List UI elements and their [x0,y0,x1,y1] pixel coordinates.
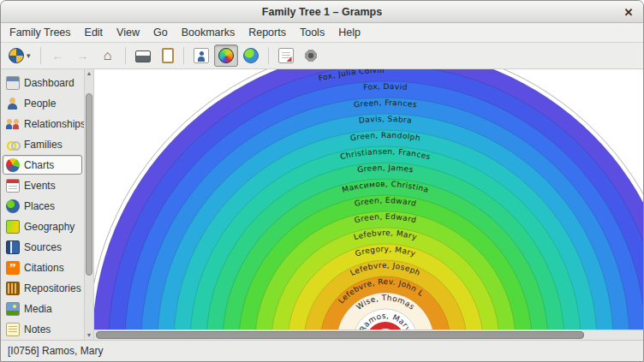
dashboard-icon [6,76,20,90]
print-icon [135,50,151,62]
sidebar-item-families[interactable]: Families [3,134,82,154]
fan-chart-canvas[interactable]: Fox, Julia ColvillFox, DavidGreen, Franc… [94,69,643,329]
sidebar-item-events[interactable]: Events [3,175,82,195]
dropdown-caret-icon: ▾ [27,51,31,60]
menu-go[interactable]: Go [146,23,175,42]
main-canvas-area: Fox, Julia ColvillFox, DavidGreen, Franc… [94,69,643,340]
menu-bookmarks[interactable]: Bookmarks [175,23,242,42]
window-body: DashboardPeopleRelationshipsFamiliesChar… [1,69,643,340]
forward-icon: → [75,48,91,63]
toolbar-separator [183,47,184,64]
globe-icon [243,48,259,63]
clipboard-button[interactable] [156,45,178,67]
relationships-icon [6,117,20,131]
sources-icon [6,240,20,254]
fan-icon [218,48,234,63]
clipboard-icon [162,48,174,63]
sidebar-item-label: Media [24,303,52,315]
edit-button[interactable] [274,45,298,67]
config-icon [303,48,319,63]
sidebar-item-label: Notes [24,323,51,335]
media-icon [6,302,20,316]
toolbar-separator [125,47,126,64]
toolbar-separator [268,47,269,64]
menubar: Family TreesEditViewGoBookmarksReportsTo… [1,23,643,43]
geography-icon [6,220,20,234]
notes-icon [6,323,20,336]
scroll-up-icon[interactable]: ▲ [86,69,92,78]
sidebar-item-label: Geography [24,221,75,233]
sidebar-item-label: Dashboard [24,77,75,89]
sidebar-scrollbar[interactable]: ▲ ▼ [84,69,94,340]
sidebar-item-repositories[interactable]: Repositories [3,278,82,298]
citations-icon [6,261,20,275]
sidebar-item-label: Families [24,139,63,151]
home-button[interactable]: ⌂ [96,45,120,67]
gramps-icon [9,48,24,63]
menu-family-trees[interactable]: Family Trees [3,23,78,42]
people-icon [6,97,20,110]
person-view-button[interactable] [189,45,213,67]
window-title: Family Tree 1 – Gramps [262,6,382,18]
repositories-icon [6,282,20,295]
scroll-down-icon[interactable]: ▼ [86,331,92,340]
sidebar-item-label: Charts [24,159,54,171]
sidebar-item-label: Sources [24,241,62,253]
active-person-status: [I0756] Ramos, Mary [8,345,103,357]
person-view-icon [194,48,209,63]
back-button[interactable]: ← [46,45,70,67]
sidebar-item-label: Relationships [24,118,84,130]
sidebar-item-label: People [24,98,56,110]
back-icon: ← [51,48,66,63]
sidebar-item-dashboard[interactable]: Dashboard [3,73,82,92]
doc-edit-icon [278,48,294,63]
sidebar-item-media[interactable]: Media [3,299,82,318]
scrollbar-track[interactable] [85,78,93,331]
titlebar[interactable]: Family Tree 1 – Gramps ✕ [1,1,643,23]
fan-chart-view-button[interactable] [214,45,238,67]
places-icon [6,199,20,213]
toolbar-separator [40,47,41,64]
sidebar-item-people[interactable]: People [3,93,82,113]
menu-help[interactable]: Help [331,23,367,42]
fan-chart[interactable]: Fox, Julia ColvillFox, DavidGreen, Franc… [94,69,643,329]
menu-view[interactable]: View [110,23,146,42]
sidebar-item-notes[interactable]: Notes [3,319,82,339]
sidebar-item-geography[interactable]: Geography [3,217,82,236]
sidebar-item-label: Repositories [24,282,81,294]
category-sidebar: DashboardPeopleRelationshipsFamiliesChar… [1,69,84,340]
statusbar: [I0756] Ramos, Mary [1,340,643,361]
sidebar-item-label: Places [24,200,55,212]
geography-view-button[interactable] [239,45,263,67]
reports-button[interactable] [131,45,155,67]
close-icon[interactable]: ✕ [621,4,636,20]
gramps-window: Family Tree 1 – Gramps ✕ Family TreesEdi… [0,0,644,362]
menu-reports[interactable]: Reports [242,23,293,42]
charts-icon [6,158,20,172]
sidebar-item-label: Events [24,180,56,192]
fan-ring-label: Fox, David [363,82,408,92]
sidebar-item-charts[interactable]: Charts [3,155,82,175]
scrollbar-thumb[interactable] [86,93,92,276]
toolbar: ▾←→⌂ [1,43,643,69]
menu-tools[interactable]: Tools [293,23,331,42]
sidebar-item-citations[interactable]: Citations [3,258,82,277]
sidebar-item-places[interactable]: Places [3,196,82,216]
horizontal-scrollbar[interactable] [94,329,643,340]
gramps-menu-button[interactable]: ▾ [4,45,35,67]
sidebar-item-sources[interactable]: Sources [3,237,82,257]
forward-button[interactable]: → [71,45,95,67]
configure-button[interactable] [299,45,323,67]
families-icon [6,138,20,151]
horizontal-scrollbar-thumb[interactable] [96,331,584,339]
events-icon [6,179,20,193]
sidebar-item-relationships[interactable]: Relationships [3,114,82,134]
home-icon: ⌂ [100,48,116,63]
menu-edit[interactable]: Edit [78,23,110,42]
sidebar-item-label: Citations [24,262,64,274]
